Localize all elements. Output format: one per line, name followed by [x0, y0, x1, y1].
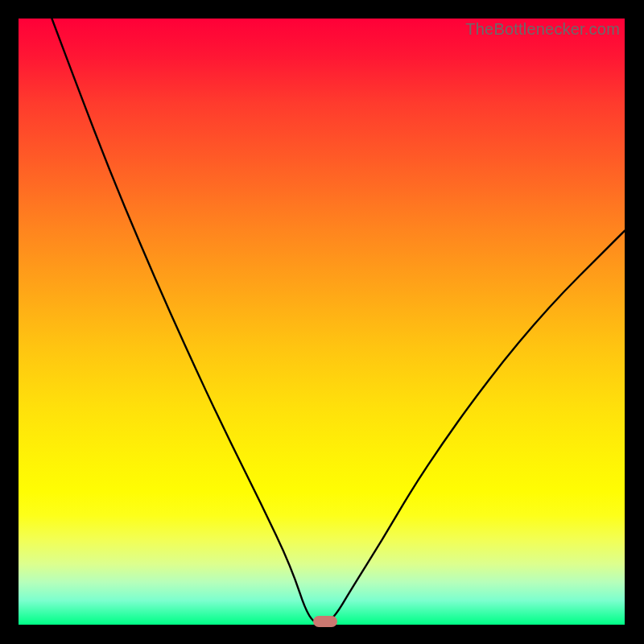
- chart-frame: TheBottlenecker.com: [0, 0, 644, 644]
- plot-area: TheBottlenecker.com: [19, 19, 625, 625]
- minimum-marker: [313, 616, 337, 627]
- bottleneck-curve: [19, 19, 625, 625]
